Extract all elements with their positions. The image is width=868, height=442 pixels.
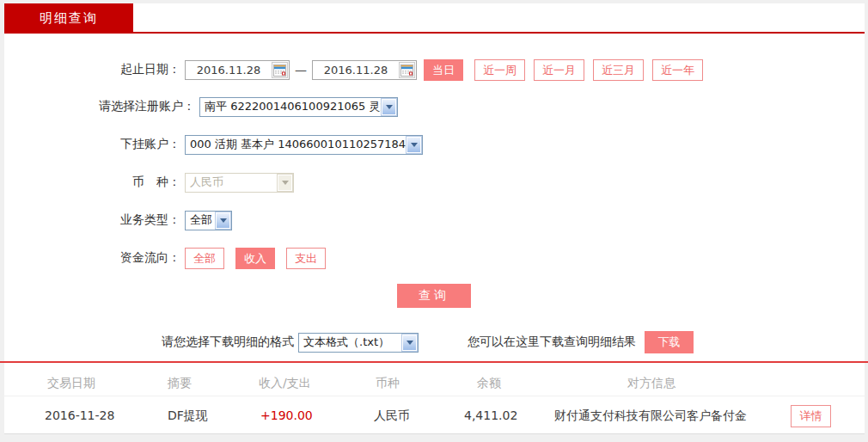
date-range-row: 起止日期： 2016.11.28 — 2016.11.28 — [4, 58, 703, 81]
business-type-value: 全部 — [186, 212, 216, 228]
dropdown-arrow-icon — [406, 137, 421, 153]
start-date-value: 2016.11.28 — [186, 64, 272, 77]
fund-flow-label: 资金流向： — [4, 250, 180, 266]
cell-amount: +190.00 — [260, 397, 313, 433]
quick-range-quarter-button[interactable]: 近三月 — [593, 59, 644, 81]
cell-summary: DF提现 — [168, 397, 208, 433]
table-header: 交易日期 摘要 收入/支出 币种 余额 对方信息 — [4, 370, 865, 396]
header-counterparty: 对方信息 — [627, 370, 675, 396]
download-button[interactable]: 下载 — [645, 331, 694, 353]
query-button[interactable]: 查询 — [397, 284, 471, 308]
cell-counterparty: 财付通支付科技有限公司客户备付金 — [554, 397, 747, 433]
table-row: 2016-11-28 DF提现 +190.00 人民币 4,411.02 财付通… — [4, 397, 865, 434]
header-amount: 收入/支出 — [259, 370, 311, 396]
quick-range-month-button[interactable]: 近一月 — [534, 59, 584, 81]
download-format-select[interactable]: 文本格式（.txt） — [298, 333, 419, 353]
fund-flow-row: 资金流向： 全部 收入 支出 — [4, 247, 326, 269]
start-date-input[interactable]: 2016.11.28 — [185, 60, 290, 80]
dropdown-arrow-icon — [216, 212, 230, 229]
fund-flow-income-button[interactable]: 收入 — [235, 248, 275, 269]
tab-label: 明细查询 — [40, 10, 98, 27]
cell-date: 2016-11-28 — [45, 397, 114, 433]
header-summary: 摘要 — [168, 370, 192, 396]
sub-account-row: 下挂账户： 000 活期 基本户 1406600101102571848 — [4, 133, 423, 156]
tab-detail-query[interactable]: 明细查询 — [4, 3, 133, 34]
fund-flow-all-button[interactable]: 全部 — [185, 248, 224, 269]
download-hint-text: 您可以在这里下载查询明细结果 — [468, 335, 636, 350]
sub-account-select[interactable]: 000 活期 基本户 1406600101102571848 — [185, 135, 423, 155]
cell-balance: 4,411.02 — [464, 397, 517, 433]
header-balance: 余额 — [477, 370, 501, 396]
date-range-label: 起止日期： — [4, 62, 180, 77]
dropdown-arrow-icon — [382, 99, 396, 115]
tab-bar: 明细查询 — [4, 3, 865, 34]
header-date: 交易日期 — [47, 370, 95, 396]
currency-value: 人民币 — [186, 175, 278, 190]
download-format-label: 请您选择下载明细的格式 — [162, 335, 294, 350]
start-date-calendar-button[interactable] — [272, 62, 288, 78]
currency-label: 币 种： — [4, 175, 180, 190]
date-range-separator: — — [295, 63, 307, 77]
currency-row: 币 种： 人民币 — [4, 171, 294, 193]
dropdown-arrow-icon — [402, 335, 417, 351]
detail-button[interactable]: 详情 — [791, 405, 831, 427]
register-account-select[interactable]: 南平 6222001406100921065 灵通卡 — [199, 97, 398, 117]
end-date-value: 2016.11.28 — [313, 64, 399, 77]
sub-account-value: 000 活期 基本户 1406600101102571848 — [186, 137, 406, 152]
business-type-row: 业务类型： 全部 — [4, 209, 232, 231]
download-row: 请您选择下载明细的格式 文本格式（.txt） 您可以在这里下载查询明细结果 下载 — [4, 331, 694, 353]
quick-range-today-button[interactable]: 当日 — [424, 59, 463, 81]
main-panel: 明细查询 起止日期： 2016.11.28 — 20 — [4, 3, 865, 434]
business-type-select[interactable]: 全部 — [185, 211, 232, 230]
fund-flow-expense-button[interactable]: 支出 — [286, 248, 326, 269]
business-type-label: 业务类型： — [4, 212, 180, 228]
register-account-label: 请选择注册账户： — [4, 99, 195, 114]
end-date-input[interactable]: 2016.11.28 — [312, 60, 417, 80]
download-format-value: 文本格式（.txt） — [299, 335, 402, 350]
end-date-calendar-button[interactable] — [399, 62, 415, 78]
calendar-icon — [400, 64, 413, 77]
calendar-icon — [273, 64, 286, 77]
header-currency: 币种 — [376, 370, 400, 396]
dropdown-arrow-icon — [278, 175, 292, 191]
currency-select: 人民币 — [185, 173, 294, 193]
register-account-value: 南平 6222001406100921065 灵通卡 — [200, 99, 382, 114]
register-account-row: 请选择注册账户： 南平 6222001406100921065 灵通卡 — [4, 95, 398, 118]
section-divider — [0, 361, 868, 363]
quick-range-week-button[interactable]: 近一周 — [474, 59, 525, 81]
quick-range-year-button[interactable]: 近一年 — [652, 59, 703, 81]
sub-account-label: 下挂账户： — [4, 137, 180, 152]
cell-currency: 人民币 — [374, 397, 410, 433]
